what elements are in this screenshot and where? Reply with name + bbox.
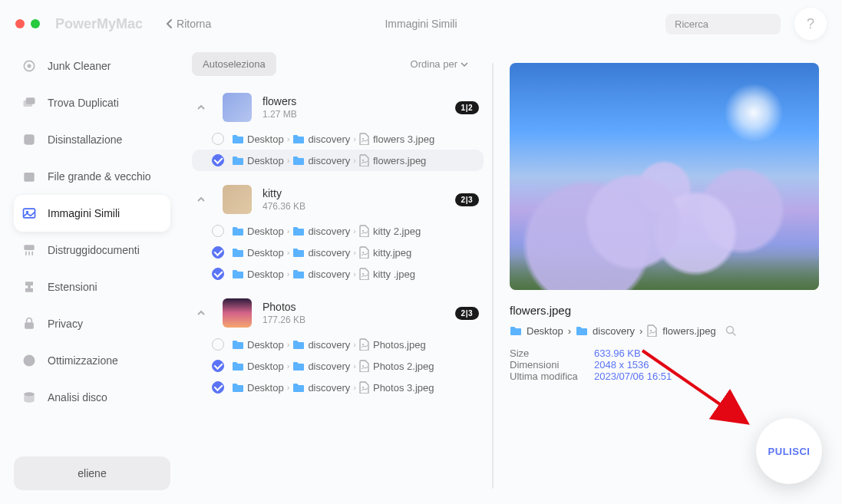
checkbox[interactable] [212, 246, 224, 259]
file-row[interactable]: Desktop›discovery›kitty 2.jpeg [192, 220, 484, 242]
window-zoom-dot[interactable] [31, 19, 40, 28]
sidebar-item-extensions[interactable]: Estensioni [14, 268, 170, 305]
sort-button[interactable]: Ordina per [411, 58, 468, 70]
sidebar-item-junk-cleaner[interactable]: Junk Cleaner [14, 48, 170, 84]
group-name: kitty [263, 187, 444, 199]
checkbox[interactable] [212, 360, 224, 372]
file-row[interactable]: Desktop›discovery›Photos 2.jpeg [192, 355, 484, 377]
sidebar-item-optimize[interactable]: Ottimizzazione [14, 342, 170, 379]
user-chip[interactable]: eliene [14, 456, 170, 490]
checkbox[interactable] [212, 225, 224, 237]
svg-point-18 [362, 160, 364, 161]
crumb: Desktop [247, 155, 284, 166]
meta-label: Size [510, 348, 594, 359]
meta-value: 633.96 KB [594, 348, 641, 359]
reveal-icon[interactable] [725, 325, 736, 336]
app-title: PowerMyMac [55, 16, 143, 32]
checkbox[interactable] [212, 381, 224, 394]
folder-icon [292, 133, 305, 144]
folder-icon [292, 339, 305, 350]
folder-icon [292, 226, 305, 236]
checkbox[interactable] [212, 338, 224, 351]
group-header[interactable]: flowers 1.27 MB 1|2 [192, 87, 484, 128]
svg-rect-14 [25, 322, 34, 328]
meta-label: Dimensioni [510, 359, 594, 371]
crumb-sep: › [287, 340, 290, 349]
group-size: 177.26 KB [263, 315, 444, 325]
file-row[interactable]: Desktop›discovery›Photos 3.jpeg [192, 377, 484, 398]
svg-point-21 [362, 273, 364, 275]
preview-path: Desktop›discovery›flowers.jpeg [510, 324, 819, 337]
folder-icon [576, 325, 588, 336]
sidebar-item-disk[interactable]: Analisi disco [14, 379, 170, 416]
meta-value: 2023/07/06 16:51 [594, 371, 672, 382]
checkbox[interactable] [212, 133, 224, 145]
file-row[interactable]: Desktop›discovery›Photos.jpeg [192, 334, 484, 355]
crumb: discovery [308, 268, 350, 280]
path-segment: flowers.jpeg [662, 325, 715, 337]
lock-icon [21, 316, 37, 331]
search-box[interactable] [665, 14, 781, 35]
sidebar-item-privacy[interactable]: Privacy [14, 305, 170, 342]
filename: Photos 3.jpeg [373, 382, 434, 394]
svg-point-26 [726, 327, 733, 334]
autoselect-button[interactable]: Autoseleziona [192, 52, 276, 76]
folder-icon [232, 133, 244, 144]
sidebar-item-similar-images[interactable]: Immagini Simili [14, 195, 170, 232]
search-input[interactable] [675, 18, 804, 30]
help-button[interactable]: ? [794, 8, 827, 40]
folder-icon [232, 155, 244, 166]
rocket-icon [21, 353, 37, 368]
filename: kitty .jpeg [373, 268, 415, 280]
group-badge: 2|3 [455, 307, 479, 320]
file-row[interactable]: Desktop›discovery›flowers.jpeg [192, 150, 484, 171]
folder-icon [292, 361, 305, 371]
crumb-sep: › [287, 248, 290, 257]
file-icon [359, 133, 370, 145]
group-header[interactable]: Photos 177.26 KB 2|3 [192, 292, 484, 334]
group-header[interactable]: kitty 476.36 KB 2|3 [192, 179, 484, 220]
file-row[interactable]: Desktop›discovery›flowers 3.jpeg [192, 128, 484, 150]
shredder-icon [21, 242, 37, 258]
crumb: discovery [308, 361, 350, 372]
crumb-sep: › [353, 226, 356, 236]
file-row[interactable]: Desktop›discovery›kitty.jpeg [192, 242, 484, 263]
checkbox[interactable] [212, 268, 224, 280]
crumb: discovery [308, 339, 350, 351]
folders-icon [21, 95, 37, 110]
sidebar-item-shredder[interactable]: Distruggidocumenti [14, 232, 170, 268]
clean-button[interactable]: PULISCI [756, 418, 822, 484]
meta-row: Size 633.96 KB [510, 348, 819, 359]
box-icon [21, 169, 37, 184]
window-close-dot[interactable] [15, 19, 25, 28]
group-badge: 1|2 [455, 101, 479, 114]
chevron-up-icon[interactable] [196, 309, 212, 317]
crumb-sep: › [353, 269, 356, 278]
crumb-sep: › [287, 156, 290, 165]
crumb-sep: › [353, 134, 356, 143]
filename: kitty.jpeg [373, 247, 411, 259]
group-thumbnail [223, 93, 252, 122]
crumb: Desktop [247, 226, 284, 237]
sidebar-item-duplicates[interactable]: Trova Duplicati [14, 84, 170, 121]
svg-point-23 [362, 365, 364, 367]
chevron-up-icon[interactable] [196, 104, 212, 111]
checkbox[interactable] [212, 154, 224, 166]
svg-point-20 [362, 252, 364, 253]
chevron-up-icon[interactable] [196, 196, 212, 203]
chevron-down-icon [461, 61, 468, 68]
gear-icon [21, 58, 37, 74]
crumb: Desktop [247, 268, 284, 280]
folder-icon [232, 268, 244, 279]
meta-value: 2048 x 1536 [594, 359, 649, 371]
filename: Photos 2.jpeg [373, 361, 434, 372]
file-row[interactable]: Desktop›discovery›kitty .jpeg [192, 263, 484, 285]
crumb-sep: › [353, 156, 356, 165]
crumb: Desktop [247, 339, 284, 351]
folder-icon [232, 382, 244, 393]
meta-row: Dimensioni 2048 x 1536 [510, 359, 819, 371]
sidebar-item-large-old[interactable]: File grande & vecchio [14, 158, 170, 195]
sidebar-item-label: Junk Cleaner [48, 60, 111, 72]
back-button[interactable]: Ritorna [166, 18, 211, 30]
sidebar-item-uninstall[interactable]: Disinstallazione [14, 121, 170, 158]
